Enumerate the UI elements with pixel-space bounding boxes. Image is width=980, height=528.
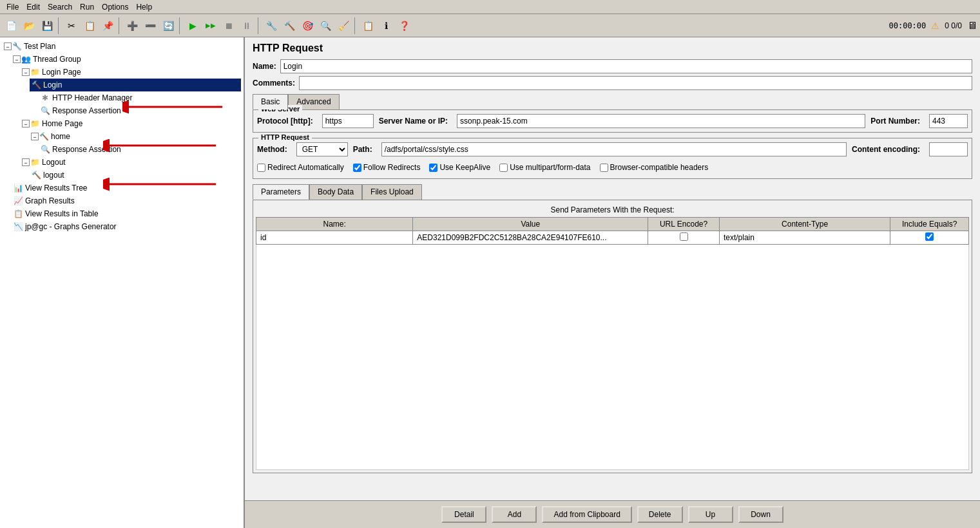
copy-button[interactable]: 📋 [81, 17, 98, 34]
include-equals-checkbox[interactable] [925, 232, 934, 241]
cut-button[interactable]: ✂ [63, 17, 80, 34]
redirect-auto-checkbox[interactable] [257, 164, 265, 172]
param-urlencode-cell[interactable] [648, 231, 720, 245]
remove-button[interactable]: ➖ [142, 17, 159, 34]
login-label: Login [43, 80, 62, 90]
table-row: id AED321D099B2FDC2C5128BA28CA2E94107FE6… [256, 231, 969, 245]
toolbar: 📄 📂 💾 ✂ 📋 📌 ➕ ➖ 🔄 ▶ ▶▶ ⏹ ⏸ 🔧 🔨 🎯 🔍 🧹 📋 ℹ… [0, 14, 980, 37]
toggle-test-plan[interactable]: − [4, 42, 12, 50]
param-includeequals-cell[interactable] [890, 231, 969, 245]
add-button[interactable]: ➕ [124, 17, 140, 34]
separator-3 [179, 17, 182, 34]
menu-edit[interactable]: Edit [23, 1, 44, 13]
port-input[interactable] [929, 114, 968, 128]
tree-item-view-results-tree[interactable]: 📊 View Results Tree [12, 182, 241, 194]
tab-basic[interactable]: Basic [253, 94, 288, 109]
params-empty-area [256, 245, 969, 470]
reset-button[interactable]: 🔄 [160, 17, 177, 34]
follow-redirects-check[interactable]: Follow Redirects [353, 163, 421, 172]
menu-run[interactable]: Run [76, 1, 98, 13]
tree-item-logout-item[interactable]: 🔨 logout [30, 169, 241, 182]
remote-exit-button[interactable]: 🎯 [299, 17, 316, 34]
tree-item-home-page[interactable]: − 📁 Home Page [21, 117, 241, 130]
tree-item-graph-results[interactable]: 📈 Graph Results [12, 194, 241, 207]
menu-options[interactable]: Options [98, 1, 132, 13]
follow-redirects-checkbox[interactable] [353, 164, 361, 172]
detail-button[interactable]: Detail [441, 506, 486, 523]
delete-button[interactable]: Delete [637, 506, 683, 523]
multipart-check[interactable]: Use multipart/form-data [499, 163, 590, 172]
keep-alive-check[interactable]: Use KeepAlive [429, 163, 490, 172]
clear-button[interactable]: 🧹 [335, 17, 352, 34]
tree-item-response-assertion-1[interactable]: 🔍 Response Assertion [39, 104, 241, 117]
up-button[interactable]: Up [688, 506, 733, 523]
paste-button[interactable]: 📌 [99, 17, 116, 34]
name-input[interactable] [280, 59, 972, 73]
keep-alive-checkbox[interactable] [429, 164, 437, 172]
remote-stop-button[interactable]: 🔨 [281, 17, 298, 34]
tab-parameters[interactable]: Parameters [253, 184, 309, 200]
browser-compat-checkbox[interactable] [600, 164, 608, 172]
tree-item-view-results-table[interactable]: 📋 View Results in Table [12, 207, 241, 220]
toggle-home-page[interactable]: − [22, 120, 30, 127]
open-button[interactable]: 📂 [21, 17, 37, 34]
path-label: Path: [353, 145, 372, 154]
param-value-cell[interactable]: AED321D099B2FDC2C5128BA28CA2E94107FE610.… [413, 231, 648, 245]
tree-item-home[interactable]: − 🔨 home [30, 130, 241, 143]
method-label: Method: [257, 145, 287, 154]
param-name-cell[interactable]: id [256, 231, 413, 245]
toggle-login-page[interactable]: − [22, 68, 30, 76]
encoding-input[interactable] [929, 142, 968, 156]
remote-start-button[interactable]: 🔧 [263, 17, 280, 34]
start-no-pause-button[interactable]: ▶▶ [202, 17, 219, 34]
start-button[interactable]: ▶ [184, 17, 201, 34]
params-tabs: Parameters Body Data Files Upload [253, 184, 972, 200]
checkboxes-row: Redirect Automatically Follow Redirects … [257, 160, 968, 174]
logout-label: Logout [42, 158, 66, 167]
tree-item-logout[interactable]: − 📁 Logout [21, 156, 241, 169]
new-button[interactable]: 📄 [3, 17, 19, 34]
list-button[interactable]: 📋 [360, 17, 376, 34]
tree-item-graphs-generator[interactable]: 📉 jp@gc - Graphs Generator [12, 220, 241, 233]
tab-files-upload[interactable]: Files Upload [362, 184, 422, 200]
toggle-home[interactable]: − [31, 133, 39, 140]
tree-item-response-assertion-2[interactable]: 🔍 Response Assertion [39, 143, 241, 156]
col-header-include-equals: Include Equals? [890, 218, 969, 231]
browser-compat-check[interactable]: Browser-compatible headers [600, 163, 709, 172]
add-button[interactable]: Add [492, 506, 537, 523]
info-button[interactable]: ℹ [378, 17, 394, 34]
test-plan-icon: 🔧 [12, 41, 22, 52]
tree-item-http-header[interactable]: ✱ HTTP Header Manager [39, 91, 241, 104]
down-button[interactable]: Down [738, 506, 783, 523]
param-contenttype-cell[interactable]: text/plain [719, 231, 890, 245]
search-btn[interactable]: 🔍 [317, 17, 334, 34]
toggle-logout[interactable]: − [22, 158, 30, 166]
stop-button[interactable]: ⏹ [220, 17, 237, 34]
menu-search[interactable]: Search [44, 1, 76, 13]
menu-help[interactable]: Help [132, 1, 156, 13]
tree-item-thread-group[interactable]: − 👥 Thread Group [12, 53, 241, 66]
server-label: Server Name or IP: [379, 117, 448, 126]
protocol-input[interactable] [322, 114, 374, 128]
home-label: home [51, 132, 70, 141]
server-input[interactable] [457, 114, 865, 128]
add-from-clipboard-button[interactable]: Add from Clipboard [542, 506, 631, 523]
method-select[interactable]: GET POST PUT DELETE [296, 142, 348, 156]
comments-input[interactable] [299, 76, 972, 90]
toggle-thread-group[interactable]: − [13, 55, 21, 63]
url-encode-checkbox[interactable] [680, 232, 688, 241]
save-button[interactable]: 💾 [39, 17, 55, 34]
tab-body-data[interactable]: Body Data [309, 184, 362, 200]
tree-item-test-plan[interactable]: − 🔧 Test Plan [3, 40, 241, 53]
logout-item-label: logout [43, 171, 64, 180]
http-header-label: HTTP Header Manager [52, 93, 133, 102]
tree-item-login[interactable]: 🔨 Login [30, 79, 241, 91]
bottom-buttons: Detail Add Add from Clipboard Delete Up … [245, 500, 980, 528]
shutdown-button[interactable]: ⏸ [238, 17, 255, 34]
multipart-checkbox[interactable] [499, 164, 508, 172]
path-input[interactable] [381, 142, 847, 156]
menu-file[interactable]: File [3, 1, 23, 13]
redirect-auto-check[interactable]: Redirect Automatically [257, 163, 344, 172]
help-btn[interactable]: ❓ [396, 17, 412, 34]
tree-item-login-page[interactable]: − 📁 Login Page [21, 66, 241, 79]
